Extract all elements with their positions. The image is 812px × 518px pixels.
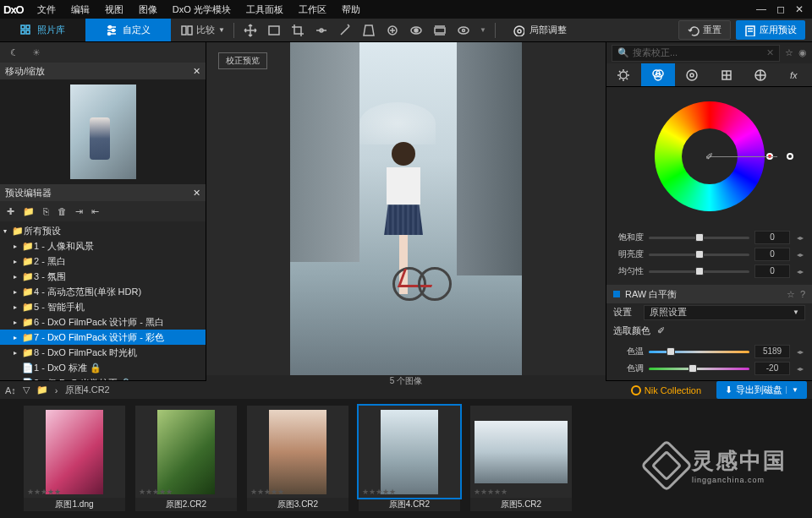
wheel-handle[interactable] bbox=[787, 153, 793, 160]
rating-stars[interactable]: ★★★★★ bbox=[250, 488, 284, 496]
move-tool[interactable] bbox=[243, 23, 258, 38]
star-icon[interactable]: ☆ bbox=[785, 47, 793, 58]
new-folder-icon[interactable]: 📁 bbox=[23, 206, 35, 217]
menu-item[interactable]: 工具面板 bbox=[239, 2, 290, 18]
tree-row[interactable]: ▸📁2 - 黑白 bbox=[0, 254, 206, 269]
redeye-tool[interactable] bbox=[409, 23, 424, 38]
filmstrip-item[interactable]: ★★★★★原图2.CR2 bbox=[135, 406, 237, 511]
horizon-tool[interactable] bbox=[314, 23, 329, 38]
stepper-icon[interactable]: ◂▸ bbox=[795, 348, 805, 356]
wand-tool[interactable] bbox=[337, 23, 353, 38]
stepper-icon[interactable]: ◂▸ bbox=[795, 251, 805, 259]
maximize-button[interactable]: ◻ bbox=[776, 3, 785, 15]
menu-item[interactable]: 图像 bbox=[132, 2, 164, 18]
filmstrip-item[interactable]: ★★★★★原图3.CR2 bbox=[247, 406, 348, 511]
saturation-value[interactable]: 0 bbox=[754, 231, 790, 244]
fit-tool[interactable] bbox=[266, 23, 282, 38]
white-balance-header[interactable]: RAW 白平衡 ☆ ? bbox=[606, 285, 812, 303]
wb-preset-combo[interactable]: 原照设置 ▼ bbox=[644, 305, 805, 320]
sun-icon[interactable]: ☀ bbox=[32, 47, 41, 58]
uniformity-slider[interactable]: 均匀性 0 ◂▸ bbox=[613, 263, 805, 280]
help-icon[interactable]: ? bbox=[800, 289, 805, 299]
slider-track[interactable] bbox=[649, 254, 749, 256]
tree-row[interactable]: ▸📁8 - DxO FilmPack 时光机 bbox=[0, 345, 206, 360]
rating-stars[interactable]: ★★★★★ bbox=[27, 488, 61, 496]
tab-custom[interactable]: 自定义 bbox=[85, 19, 171, 41]
stepper-icon[interactable]: ◂▸ bbox=[795, 234, 805, 242]
menu-item[interactable]: 文件 bbox=[30, 2, 63, 18]
menu-item[interactable]: 视图 bbox=[98, 2, 130, 18]
menu-item[interactable]: 工作区 bbox=[292, 2, 333, 18]
reset-button[interactable]: 重置 bbox=[678, 20, 731, 40]
crop-tool[interactable] bbox=[290, 23, 305, 38]
star-icon[interactable]: ☆ bbox=[787, 289, 795, 300]
tab-library[interactable]: 照片库 bbox=[0, 19, 85, 41]
tree-row[interactable]: ▸📁4 - 高动态范围(单张 HDR) bbox=[0, 284, 206, 299]
temperature-slider[interactable]: 色温 5189 ◂▸ bbox=[613, 343, 805, 360]
export-icon[interactable]: ⇤ bbox=[91, 206, 99, 217]
tab-effects[interactable]: fx bbox=[778, 63, 813, 85]
dropdown-icon[interactable]: ▼ bbox=[480, 26, 486, 34]
menu-item[interactable]: 编辑 bbox=[64, 2, 96, 18]
panel-close-icon[interactable]: ✕ bbox=[193, 66, 200, 77]
active-icon[interactable]: ◉ bbox=[798, 47, 807, 58]
local-adjustments-button[interactable]: 局部调整 bbox=[504, 24, 575, 36]
tree-row[interactable]: 📄1 - DxO 标准 🔒 bbox=[0, 360, 206, 375]
filmstrip-item[interactable]: ★★★★★原图1.dng bbox=[24, 406, 125, 511]
stepper-icon[interactable]: ◂▸ bbox=[795, 365, 805, 373]
tint-slider[interactable]: 色调 -20 ◂▸ bbox=[613, 360, 805, 377]
filmstrip-item[interactable]: ★★★★★原图4.CR2 bbox=[359, 406, 460, 511]
slider-track[interactable] bbox=[649, 368, 749, 370]
perspective-tool[interactable] bbox=[361, 23, 376, 38]
tree-row[interactable]: 📄2 - 仅 DxO 光学校正 🔒 bbox=[0, 375, 206, 380]
tab-local[interactable] bbox=[743, 63, 778, 85]
image-viewport[interactable] bbox=[206, 42, 606, 375]
tab-geometry[interactable] bbox=[710, 63, 744, 85]
menu-item[interactable]: DxO 光学模块 bbox=[166, 2, 238, 18]
eyedropper-icon[interactable]: ✐ bbox=[705, 151, 713, 162]
tree-row[interactable]: ▸📁5 - 智能手机 bbox=[0, 299, 206, 314]
new-preset-icon[interactable]: ✚ bbox=[7, 206, 14, 217]
export-button[interactable]: ⬇ 导出到磁盘 ▼ bbox=[716, 381, 807, 399]
search-input[interactable]: 🔍 搜索校正... ✕ bbox=[612, 45, 780, 62]
tree-row[interactable]: ▸📁1 - 人像和风景 bbox=[0, 238, 206, 254]
eyedropper-icon[interactable]: ✐ bbox=[657, 325, 665, 336]
luminance-value[interactable]: 0 bbox=[754, 248, 790, 261]
close-button[interactable]: ✕ bbox=[795, 3, 804, 15]
saturation-slider[interactable]: 饱和度 0 ◂▸ bbox=[613, 229, 805, 246]
slider-track[interactable] bbox=[649, 351, 749, 353]
tree-row[interactable]: ▸📁3 - 氛围 bbox=[0, 269, 206, 284]
sort-icon[interactable]: A↕ bbox=[5, 385, 16, 395]
menu-item[interactable]: 帮助 bbox=[335, 2, 367, 18]
uniformity-value[interactable]: 0 bbox=[754, 264, 790, 278]
filmstrip-item[interactable]: ★★★★★原图5.CR2 bbox=[470, 406, 572, 511]
import-icon[interactable]: ⇥ bbox=[75, 206, 83, 217]
tree-row[interactable]: ▸📁6 - DxO FilmPack 设计师 - 黑白 bbox=[0, 314, 206, 330]
filter-icon[interactable]: ▽ bbox=[23, 384, 30, 395]
repair-tool[interactable] bbox=[385, 23, 400, 38]
miniature-tool[interactable] bbox=[432, 23, 447, 38]
duplicate-icon[interactable]: ⎘ bbox=[43, 206, 49, 216]
rating-stars[interactable]: ★★★★★ bbox=[139, 488, 173, 496]
tab-color[interactable] bbox=[641, 63, 676, 85]
moon-icon[interactable]: ☾ bbox=[10, 47, 19, 58]
minimize-button[interactable]: — bbox=[756, 3, 766, 15]
rating-stars[interactable]: ★★★★★ bbox=[474, 488, 508, 496]
clear-icon[interactable]: ✕ bbox=[766, 47, 774, 58]
preview-tool[interactable] bbox=[456, 23, 471, 38]
navigator-thumbnail[interactable] bbox=[0, 79, 206, 184]
panel-close-icon[interactable]: ✕ bbox=[193, 188, 200, 199]
slider-track[interactable] bbox=[649, 237, 749, 239]
slider-track[interactable] bbox=[649, 270, 749, 273]
luminance-slider[interactable]: 明亮度 0 ◂▸ bbox=[613, 246, 805, 263]
apply-preset-button[interactable]: 应用预设 bbox=[736, 20, 805, 40]
delete-icon[interactable]: 🗑 bbox=[58, 206, 67, 216]
temp-value[interactable]: 5189 bbox=[754, 345, 790, 358]
tint-value[interactable]: -20 bbox=[754, 362, 790, 375]
tab-detail[interactable] bbox=[675, 63, 710, 85]
tree-root[interactable]: ▾ 📁 所有预设 bbox=[0, 223, 206, 238]
nik-collection-button[interactable]: Nik Collection bbox=[623, 385, 710, 395]
compare-toggle[interactable]: 比较 ▼ bbox=[181, 24, 225, 36]
stepper-icon[interactable]: ◂▸ bbox=[795, 268, 805, 275]
enable-toggle[interactable] bbox=[613, 291, 620, 297]
